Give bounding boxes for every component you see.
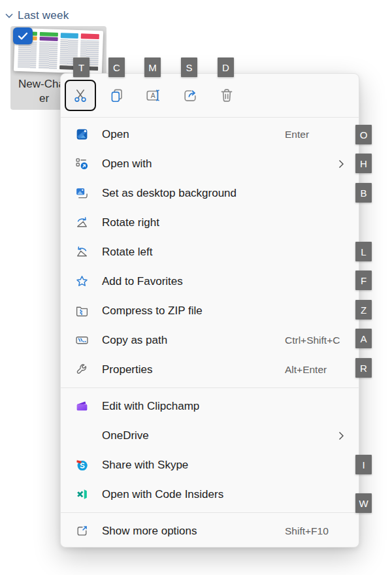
menu-item-label: Open with Code Insiders	[102, 488, 223, 501]
menu-item-label: Show more options	[102, 525, 197, 538]
menu-item-shortcut: Shift+F10	[285, 525, 329, 537]
menu-item-copy-as-path[interactable]: Copy as path Ctrl+Shift+C	[61, 325, 359, 355]
selection-checkbox[interactable]	[13, 27, 33, 44]
check-icon	[18, 32, 28, 41]
menu-item-label: Open	[102, 128, 129, 141]
menu-separator	[61, 387, 359, 388]
menu-item-share-with-skype[interactable]: Share with Skype	[61, 450, 359, 480]
thumb-column	[39, 32, 58, 69]
chevron-down-icon[interactable]	[5, 13, 13, 18]
context-menu-toolbar: A	[61, 74, 359, 118]
menu-item-label: Rotate right	[102, 216, 159, 229]
menu-item-label: Edit with Clipchamp	[102, 400, 199, 413]
desktop-background-icon	[74, 186, 90, 201]
key-hint-badge[interactable]: B	[355, 183, 372, 203]
share-button[interactable]	[174, 80, 206, 111]
context-menu: A	[60, 73, 359, 548]
scissors-icon	[72, 87, 89, 104]
wrench-icon	[74, 362, 90, 378]
skype-icon	[74, 457, 90, 473]
menu-item-label: Copy as path	[102, 334, 167, 347]
photos-icon	[74, 127, 90, 142]
menu-separator	[61, 512, 359, 513]
key-hint-badge[interactable]: S	[181, 58, 197, 77]
key-hint-badge[interactable]: L	[355, 242, 372, 261]
key-hint-badge[interactable]: D	[218, 58, 234, 77]
menu-item-label: Properties	[102, 363, 152, 376]
key-hint-badge[interactable]: Z	[355, 300, 372, 320]
menu-item-properties[interactable]: Properties Alt+Enter	[61, 355, 359, 384]
share-icon	[182, 87, 199, 104]
rename-button[interactable]: A	[138, 80, 169, 111]
menu-item-set-desktop-background[interactable]: Set as desktop background	[61, 178, 359, 208]
no-icon	[74, 428, 90, 444]
menu-item-rotate-left[interactable]: Rotate left	[61, 237, 359, 267]
zip-folder-icon	[74, 303, 90, 319]
menu-item-compress-zip[interactable]: Compress to ZIP file	[61, 296, 359, 325]
chevron-right-icon	[338, 431, 344, 440]
menu-item-label: Set as desktop background	[102, 187, 237, 200]
menu-item-rotate-right[interactable]: Rotate right	[61, 208, 359, 237]
star-icon	[74, 274, 90, 289]
expand-arrow-icon	[74, 523, 90, 539]
rotate-right-icon	[74, 215, 90, 231]
chevron-right-icon	[338, 159, 344, 169]
key-hint-badge[interactable]: A	[355, 329, 372, 348]
menu-item-shortcut: Enter	[285, 129, 309, 140]
key-hint-badge[interactable]: M	[144, 58, 161, 77]
menu-item-label: Rotate left	[102, 246, 153, 259]
group-title[interactable]: Last week	[18, 9, 69, 22]
menu-item-label: OneDrive	[102, 429, 149, 442]
rename-icon: A	[145, 87, 162, 104]
key-hint-badge[interactable]: F	[355, 271, 372, 290]
rotate-left-icon	[74, 244, 90, 260]
context-menu-list: Open Enter Open with	[61, 118, 359, 546]
copy-icon	[108, 87, 125, 104]
key-hint-badge[interactable]: C	[108, 58, 125, 77]
menu-item-show-more-options[interactable]: Show more options Shift+F10	[61, 516, 359, 546]
open-with-icon	[74, 156, 90, 172]
key-hint-badge[interactable]: H	[355, 154, 372, 173]
delete-button[interactable]	[211, 80, 242, 111]
menu-item-add-to-favorites[interactable]: Add to Favorites	[61, 267, 359, 296]
key-hint-badge[interactable]: O	[355, 125, 372, 144]
copy-button[interactable]	[101, 80, 133, 111]
key-hint-badge[interactable]: R	[355, 358, 372, 378]
menu-item-label: Add to Favorites	[102, 275, 183, 288]
menu-item-label: Share with Skype	[102, 459, 188, 472]
key-hint-badge[interactable]: T	[73, 58, 90, 77]
menu-item-label: Open with	[102, 157, 152, 171]
key-hint-badge[interactable]: W	[355, 493, 372, 513]
key-hint-badge[interactable]: I	[355, 455, 372, 474]
group-header: Last week	[5, 9, 69, 22]
copy-path-icon	[74, 333, 90, 348]
code-insiders-icon	[74, 487, 90, 502]
menu-item-open[interactable]: Open Enter	[61, 120, 359, 149]
menu-item-shortcut: Ctrl+Shift+C	[285, 335, 340, 346]
menu-item-open-with-code-insiders[interactable]: Open with Code Insiders	[61, 480, 359, 509]
menu-item-onedrive[interactable]: OneDrive	[61, 421, 359, 450]
menu-item-open-with[interactable]: Open with	[61, 149, 359, 178]
cut-button[interactable]	[65, 80, 96, 111]
menu-item-edit-with-clipchamp[interactable]: Edit with Clipchamp	[61, 391, 359, 421]
trash-icon	[218, 87, 235, 104]
clipchamp-icon	[74, 399, 90, 414]
menu-item-shortcut: Alt+Enter	[285, 364, 327, 376]
menu-item-label: Compress to ZIP file	[102, 304, 203, 318]
svg-text:A: A	[151, 92, 155, 99]
